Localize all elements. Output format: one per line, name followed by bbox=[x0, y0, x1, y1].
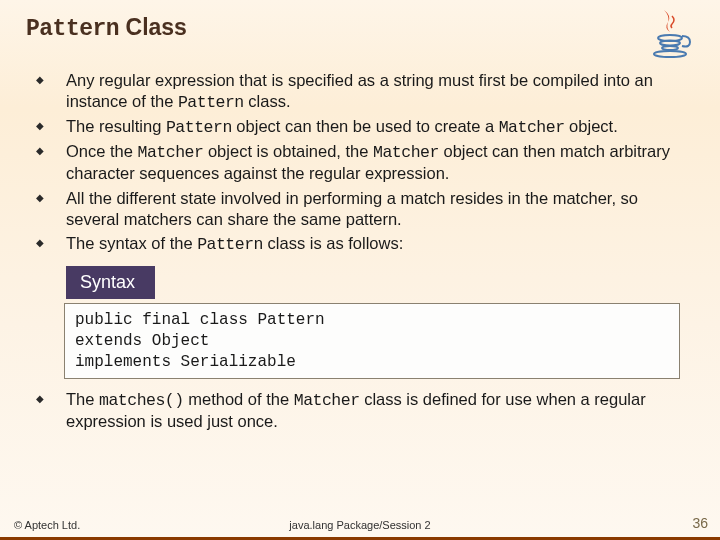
slide-header: Pattern Class bbox=[0, 0, 720, 54]
bullet-list-after: The matches() method of the Matcher clas… bbox=[36, 389, 684, 432]
breadcrumb: java.lang Package/Session 2 bbox=[289, 519, 430, 531]
slide-content: Any regular expression that is specified… bbox=[0, 54, 720, 433]
title-text: Class bbox=[119, 14, 187, 40]
svg-point-1 bbox=[660, 41, 680, 46]
svg-point-3 bbox=[654, 51, 686, 57]
list-item: Any regular expression that is specified… bbox=[36, 70, 684, 113]
syntax-code-block: public final class Pattern extends Objec… bbox=[64, 303, 680, 379]
list-item: The syntax of the Pattern class is as fo… bbox=[36, 233, 684, 255]
copyright: © Aptech Ltd. bbox=[14, 519, 80, 531]
java-logo-svg bbox=[642, 6, 698, 62]
java-logo-icon bbox=[642, 6, 698, 62]
syntax-badge: Syntax bbox=[66, 266, 155, 299]
title-code: Pattern bbox=[26, 16, 119, 42]
page-title: Pattern Class bbox=[26, 14, 720, 42]
svg-point-2 bbox=[662, 46, 678, 50]
page-number: 36 bbox=[692, 515, 708, 531]
list-item: The resulting Pattern object can then be… bbox=[36, 116, 684, 138]
bullet-list-main: Any regular expression that is specified… bbox=[36, 70, 684, 255]
list-item: Once the Matcher object is obtained, the… bbox=[36, 141, 684, 184]
list-item: All the different state involved in perf… bbox=[36, 188, 684, 230]
list-item: The matches() method of the Matcher clas… bbox=[36, 389, 684, 432]
